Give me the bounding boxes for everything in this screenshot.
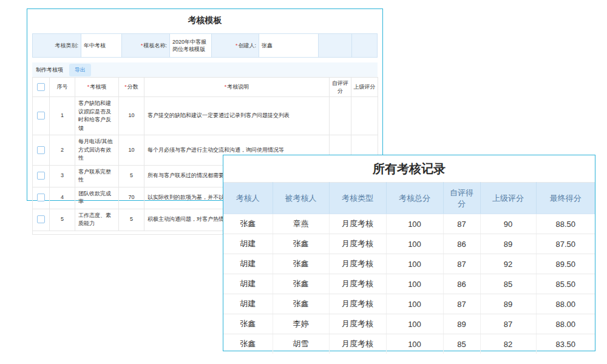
self-score-cell: 86 [443, 274, 480, 294]
records-panel-title: 所有考核记录 [223, 155, 595, 182]
record-row: 胡建张鑫月度考核100878988.00 [223, 294, 595, 314]
records-header-cell: 考核类型 [329, 183, 386, 214]
template-name-label: * 模板名称: [122, 34, 170, 57]
records-table-header-row: 考核人被考核人考核类型考核总分自评得分上级评分最终得分 [223, 183, 595, 214]
header-label: 考核说明 [227, 84, 249, 90]
template-table-header-row: 序号*考核项*分数*考核说明自评评分上级评分 [33, 78, 378, 97]
creator-label: * 创建人: [212, 34, 259, 57]
checkbox[interactable] [37, 194, 45, 201]
checkbox[interactable] [37, 215, 45, 223]
records-header-cell: 考核总分 [386, 183, 443, 214]
header-label: 上级评分 [354, 84, 376, 90]
supervisor-score-cell: 90 [480, 214, 536, 234]
score-cell: 10 [119, 135, 144, 166]
assessee-cell: 李婷 [273, 314, 329, 334]
self-score-cell: 87 [443, 294, 480, 314]
item-cell: 团队收款完成率 [75, 187, 119, 209]
checkbox-cell [33, 209, 50, 231]
self-score-cell [330, 97, 351, 135]
assessor-cell: 胡建 [223, 254, 273, 274]
type-cell: 月度考核 [329, 314, 386, 334]
seq-cell: 5 [50, 209, 75, 231]
checkbox[interactable] [37, 146, 45, 154]
checkbox[interactable] [37, 172, 45, 180]
records-header-cell: 最终得分 [536, 183, 595, 214]
supervisor-score-cell: 82 [480, 334, 536, 354]
assessor-cell: 张鑫 [223, 314, 273, 334]
self-score-cell: 87 [443, 254, 480, 274]
total-score-cell: 100 [386, 334, 443, 354]
score-cell: 5 [119, 209, 144, 231]
category-label: 考核类别: [33, 34, 81, 57]
assessee-cell: 张鑫 [273, 294, 329, 314]
template-form: 考核类别: 年中考核 * 模板名称: 2020年中客服岗位考核模版 * 创建人:… [32, 33, 378, 58]
final-score-cell: 88.50 [536, 214, 595, 234]
supervisor-score-cell: 85 [480, 274, 536, 294]
record-row: 胡建张鑫月度考核100868585.50 [223, 274, 595, 294]
records-table: 考核人被考核人考核类型考核总分自评得分上级评分最终得分 张鑫章燕月度考核1008… [223, 182, 595, 354]
self-score-cell: 85 [443, 334, 480, 354]
seq-cell: 3 [50, 165, 75, 187]
item-cell: 客户联系完整性 [75, 165, 119, 187]
desc-cell: 客户提交的缺陷和建议一定要通过记录到客户问题提交列表 [144, 97, 330, 135]
checkbox-cell [33, 165, 50, 187]
records-header-cell: 被考核人 [273, 183, 329, 214]
score-cell: 70 [119, 187, 144, 209]
total-score-cell: 100 [386, 314, 443, 334]
total-score-cell: 100 [386, 254, 443, 274]
template-name-field[interactable]: 2020年中客服岗位考核模版 [170, 34, 212, 57]
template-header-cell: *分数 [119, 78, 144, 97]
template-toolbar: 制作考核项 导出 [32, 62, 378, 77]
seq-cell: 2 [50, 135, 75, 166]
record-row: 张鑫李婷月度考核100898788.00 [223, 314, 595, 334]
final-score-cell: 88.00 [536, 314, 595, 334]
template-header-cell: 序号 [50, 78, 75, 97]
self-score-cell: 86 [443, 234, 480, 254]
assessment-records-panel: 所有考核记录 考核人被考核人考核类型考核总分自评得分上级评分最终得分 张鑫章燕月… [223, 155, 595, 351]
checkbox[interactable] [37, 112, 45, 120]
type-cell: 月度考核 [329, 234, 386, 254]
template-header-cell: *考核项 [75, 78, 119, 97]
final-score-cell: 88.00 [536, 294, 595, 314]
seq-cell: 1 [50, 97, 75, 135]
final-score-cell: 85.50 [536, 274, 595, 294]
required-mark: * [141, 42, 143, 49]
record-row: 张鑫章燕月度考核100879088.50 [223, 214, 595, 234]
template-panel-title: 考核模板 [27, 9, 382, 33]
type-cell: 月度考核 [329, 294, 386, 314]
form-empty-cell [319, 34, 352, 57]
header-label: 考核项 [90, 84, 106, 90]
assessor-cell: 胡建 [223, 294, 273, 314]
assessee-cell: 张鑫 [273, 234, 329, 254]
records-header-cell: 自评得分 [443, 183, 480, 214]
final-score-cell: 87.50 [536, 234, 595, 254]
creator-field[interactable]: 张鑫 [259, 34, 319, 57]
type-cell: 月度考核 [329, 214, 386, 234]
assessee-cell: 章燕 [273, 214, 329, 234]
checkbox-cell [33, 187, 50, 209]
total-score-cell: 100 [386, 214, 443, 234]
total-score-cell: 100 [386, 274, 443, 294]
supervisor-score-cell: 87 [480, 314, 536, 334]
item-cell: 工作态度、素质能力 [75, 209, 119, 231]
self-score-cell: 89 [443, 314, 480, 334]
header-label: 自评评分 [332, 80, 348, 94]
checkbox-cell [33, 97, 50, 135]
checkbox[interactable] [37, 83, 45, 91]
template-header-cell: *考核说明 [144, 78, 330, 97]
header-label: 分数 [127, 84, 138, 90]
required-mark: * [225, 84, 227, 90]
item-cell: 客户缺陷和建议跟踪是否及时和给客户反馈 [75, 97, 119, 135]
total-score-cell: 100 [386, 234, 443, 254]
template-header-cell: 自评评分 [330, 78, 351, 97]
type-cell: 月度考核 [329, 254, 386, 274]
assessor-cell: 张鑫 [223, 214, 273, 234]
make-items-tab[interactable]: 制作考核项 [36, 66, 63, 74]
export-button[interactable]: 导出 [69, 64, 91, 76]
required-mark: * [87, 84, 90, 90]
records-header-cell: 考核人 [223, 183, 273, 214]
category-field[interactable]: 年中考核 [81, 34, 122, 57]
assessor-cell: 胡建 [223, 274, 273, 294]
final-score-cell: 83.50 [536, 334, 595, 354]
type-cell: 月度考核 [329, 334, 386, 354]
